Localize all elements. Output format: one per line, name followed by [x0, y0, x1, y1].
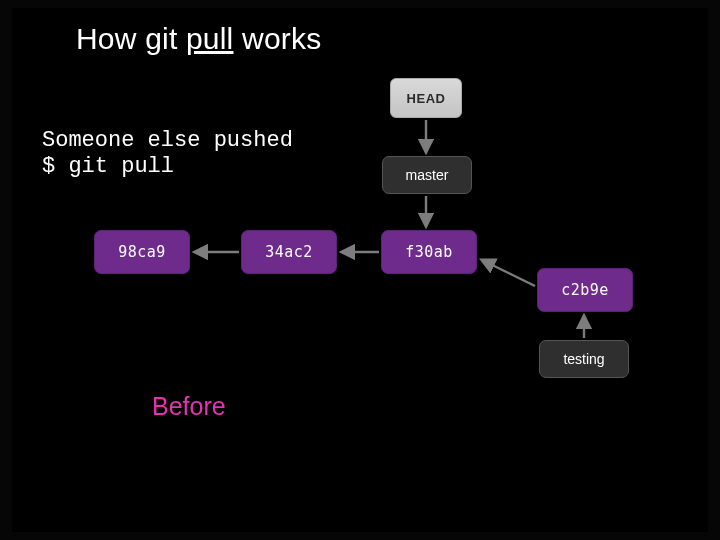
commit-34ac2-label: 34ac2: [265, 243, 313, 261]
commit-f30ab-label: f30ab: [405, 243, 453, 261]
commit-34ac2: 34ac2: [241, 230, 337, 274]
before-label: Before: [152, 392, 226, 421]
title-underline: pull: [186, 22, 234, 55]
title-pre: How git: [76, 22, 186, 55]
code-comment: Someone else pushed: [42, 128, 293, 153]
node-testing-label: testing: [563, 351, 604, 367]
arrow-c2b9e-to-f30ab: [482, 260, 535, 286]
commit-98ca9-label: 98ca9: [118, 243, 166, 261]
node-testing: testing: [539, 340, 629, 378]
slide: How git pull works Someone else pushed $…: [12, 8, 708, 532]
commit-98ca9: 98ca9: [94, 230, 190, 274]
commit-c2b9e: c2b9e: [537, 268, 633, 312]
title-post: works: [233, 22, 321, 55]
node-master-label: master: [406, 167, 449, 183]
slide-title: How git pull works: [76, 22, 321, 56]
commit-f30ab: f30ab: [381, 230, 477, 274]
commit-c2b9e-label: c2b9e: [561, 281, 609, 299]
node-master: master: [382, 156, 472, 194]
node-head-label: HEAD: [407, 91, 446, 106]
node-head: HEAD: [390, 78, 462, 118]
code-prompt: $: [42, 154, 55, 179]
code-command: git pull: [68, 154, 174, 179]
code-block: Someone else pushed $ git pull: [42, 128, 293, 180]
